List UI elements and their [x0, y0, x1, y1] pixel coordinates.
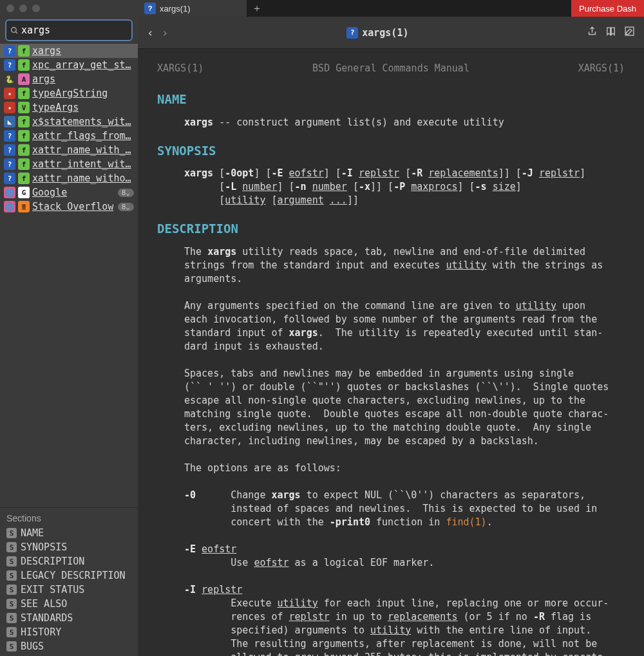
docset-icon: ?	[4, 45, 15, 57]
result-row[interactable]: 🐍Aargs	[0, 72, 138, 86]
close-window-icon[interactable]	[6, 5, 14, 12]
section-icon: S	[6, 627, 17, 637]
man-page-icon: ?	[346, 27, 358, 39]
docset-icon: ◣	[4, 116, 15, 127]
sidebar: ?fxargs?fxpc_array_get_st…🐍Aargs✦ftypeAr…	[0, 0, 138, 656]
section-icon: S	[6, 599, 17, 609]
type-icon: ≣	[18, 201, 30, 212]
section-name: NAME	[157, 91, 625, 108]
result-row[interactable]: ?fxpc_array_get_st…	[0, 58, 138, 72]
result-label: xattr_intent_wit…	[32, 158, 131, 170]
toolbar: ‹ › ? xargs(1)	[138, 17, 644, 49]
type-icon: f	[18, 158, 30, 170]
page-title: ? xargs(1)	[176, 27, 579, 39]
result-label: Google	[32, 187, 67, 198]
result-row[interactable]: 🌐≣Stack Overflow8⌄	[0, 200, 138, 214]
description-body: The xargs utility reads space, tab, newl…	[157, 245, 625, 656]
result-row[interactable]: ✦VtypeArgs	[0, 100, 138, 115]
docset-icon: 🌐	[4, 187, 15, 198]
window-titlebar	[0, 0, 138, 17]
svg-line-1	[15, 32, 17, 33]
result-label: typeArgs	[32, 102, 79, 113]
search-bar[interactable]	[5, 19, 133, 41]
share-icon[interactable]	[587, 26, 598, 39]
minimize-window-icon[interactable]	[19, 5, 27, 12]
zoom-window-icon[interactable]	[32, 5, 40, 12]
type-icon: f	[18, 173, 30, 184]
section-synopsis: SYNOPSIS	[157, 142, 625, 160]
man-page-content[interactable]: XARGS(1) BSD General Commands Manual XAR…	[138, 49, 644, 656]
section-icon: S	[6, 570, 17, 581]
back-button[interactable]: ‹	[147, 26, 154, 39]
result-count-badge[interactable]: 8⌄	[118, 189, 134, 197]
section-link[interactable]: SSEE ALSO	[5, 597, 133, 611]
section-icon: S	[6, 613, 17, 623]
section-link[interactable]: SBUGS	[5, 639, 133, 653]
tab-label: xargs(1)	[160, 4, 191, 14]
tab-xargs[interactable]: ? xargs(1)	[138, 0, 247, 17]
search-results: ?fxargs?fxpc_array_get_st…🐍Aargs✦ftypeAr…	[0, 44, 138, 507]
result-row[interactable]: ✦ftypeArgString	[0, 86, 138, 100]
section-icon: S	[6, 542, 17, 552]
type-icon: V	[18, 102, 30, 113]
type-icon: G	[18, 187, 30, 198]
docset-icon: 🐍	[4, 73, 15, 85]
result-label: args	[32, 73, 55, 85]
section-icon: S	[6, 641, 17, 651]
man-header: XARGS(1) BSD General Commands Manual XAR…	[157, 62, 625, 75]
result-label: Stack Overflow	[32, 201, 113, 212]
docset-icon: ?	[4, 59, 15, 71]
docset-icon: ?	[4, 144, 15, 156]
section-description: DESCRIPTION	[157, 220, 625, 238]
result-label: xattr_name_with_…	[32, 144, 131, 156]
section-link[interactable]: SDESCRIPTION	[5, 554, 133, 568]
result-row[interactable]: 🌐GGoogle8⌄	[0, 185, 138, 200]
result-row[interactable]: ?fxargs	[0, 44, 138, 58]
result-row[interactable]: ?fxattr_intent_wit…	[0, 157, 138, 171]
synopsis-body: xargs [-0opt] [-E eofstr] [-I replstr [-…	[157, 167, 625, 207]
section-link[interactable]: SLEGACY DESCRIPTION	[5, 568, 133, 583]
docset-icon: ?	[4, 158, 15, 170]
result-count-badge[interactable]: 8⌄	[118, 203, 134, 211]
section-icon: S	[6, 528, 17, 538]
type-icon: f	[18, 45, 30, 57]
sections-panel: Sections SNAMESSYNOPSISSDESCRIPTIONSLEGA…	[0, 507, 138, 656]
name-body: xargs -- construct argument list(s) and …	[157, 116, 625, 129]
section-link[interactable]: SNAME	[5, 526, 133, 540]
docset-icon: ?	[4, 130, 15, 142]
result-row[interactable]: ◣fx$statements_wit…	[0, 115, 138, 129]
type-icon: f	[18, 144, 30, 156]
man-page-icon: ?	[144, 3, 156, 14]
docset-icon: 🌐	[4, 201, 15, 212]
result-row[interactable]: ?fxattr_name_witho…	[0, 171, 138, 185]
result-label: xpc_array_get_st…	[32, 59, 131, 71]
section-icon: S	[6, 585, 17, 595]
docset-icon: ✦	[4, 102, 15, 113]
edit-icon[interactable]	[624, 26, 635, 39]
search-input[interactable]	[19, 23, 147, 37]
result-row[interactable]: ?fxattr_flags_from…	[0, 129, 138, 143]
section-icon: S	[6, 556, 17, 567]
new-tab-button[interactable]: ＋	[247, 0, 267, 17]
type-icon: f	[18, 88, 30, 99]
docset-icon: ✦	[4, 88, 15, 99]
section-link[interactable]: SEXIT STATUS	[5, 583, 133, 597]
section-link[interactable]: SSYNOPSIS	[5, 540, 133, 554]
forward-button[interactable]: ›	[162, 26, 169, 39]
result-label: xattr_flags_from…	[32, 130, 131, 142]
main-area: ? xargs(1) ＋ Purchase Dash ‹ › ? xargs(1…	[138, 0, 644, 656]
bookmark-icon[interactable]	[605, 26, 616, 39]
purchase-button[interactable]: Purchase Dash	[571, 0, 644, 17]
type-icon: A	[18, 73, 30, 85]
result-label: x$statements_wit…	[32, 116, 131, 127]
tab-bar: ? xargs(1) ＋ Purchase Dash	[138, 0, 644, 17]
docset-icon: ?	[4, 173, 15, 184]
svg-point-0	[12, 27, 17, 32]
section-link[interactable]: SHISTORY	[5, 625, 133, 639]
search-icon	[10, 25, 19, 35]
result-row[interactable]: ?fxattr_name_with_…	[0, 143, 138, 157]
type-icon: f	[18, 59, 30, 71]
type-icon: f	[18, 130, 30, 142]
section-link[interactable]: SSTANDARDS	[5, 611, 133, 625]
result-label: xargs	[32, 45, 61, 57]
